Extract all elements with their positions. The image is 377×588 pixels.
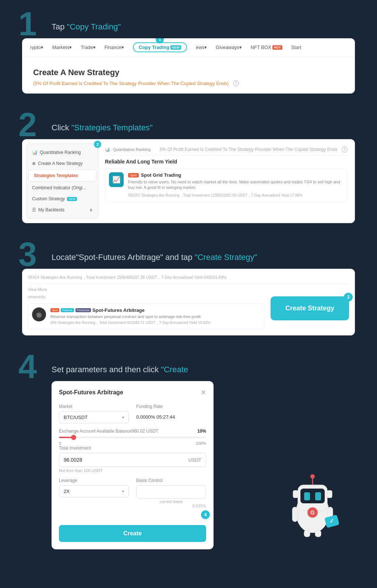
robot-mascot: G ✓ (285, 465, 340, 538)
arb-name: Spot-Futures Arbitrage (92, 307, 145, 313)
step-3-card: 58314 Strategies Are Running，Total Inves… (22, 269, 355, 335)
modal-row-market: Market BTC/USDT ▾ Funding Rate 0.0000% 0… (59, 404, 206, 423)
market-select[interactable]: BTC/USDT ▾ (59, 411, 129, 423)
svg-text:G: G (311, 510, 315, 515)
modal-header: Spot-Futures Arbitrage ✕ (59, 388, 206, 397)
sidebar-item-custom-strategy[interactable]: Custom Strategy NEW (27, 193, 98, 204)
step-3: 3 Locate"Spot-Futures Arbitrage" and tap… (22, 242, 355, 335)
info-icon[interactable]: ? (233, 80, 239, 86)
step3-content: View More ommunity ◎ Spot Futures Perpet… (28, 287, 349, 330)
new-badge: NEW (170, 45, 181, 50)
strategy-card-spot-grid: 📈 Spot Spot Grid Trading Friendly to nai… (105, 168, 348, 202)
step3-inner: 58314 Strategies Are Running，Total Inves… (22, 269, 355, 335)
step-1-label: Tap "Copy Trading" (52, 11, 355, 32)
step-4: 4 Set parameters and then click "Create … (22, 354, 355, 549)
leverage-field: Leverage 2X ▾ (59, 478, 129, 508)
balance-label: Exchange Account Available Balance960.02… (59, 429, 158, 434)
perp-badge-arb: Perpetual (75, 308, 91, 312)
list-icon: ☰ (32, 207, 36, 212)
nav-item-copy-trading[interactable]: Copy Trading NEW (133, 42, 187, 52)
sidebar-item-strategies-templates[interactable]: Strategies Templates (28, 170, 96, 182)
nav-item-finance[interactable]: Finance▾ (100, 38, 128, 56)
chevron-down-icon: ▾ (122, 415, 124, 419)
funding-rate-field: Funding Rate 0.0000% 05:27:44 (136, 404, 206, 423)
info-icon-2[interactable]: ? (342, 147, 348, 152)
chevron-icon: ∧ (89, 207, 93, 212)
step-2: 2 Click "Strategies Templates" 📊 Quantit… (22, 112, 355, 223)
step-number-4: 4 (18, 350, 37, 383)
total-investment-label: Total Investment (59, 446, 206, 451)
step-number-1: 1 (18, 7, 37, 41)
step-2-badge: 2 (94, 141, 101, 148)
slider-min-label: 0 (59, 441, 61, 446)
create-strategy-button[interactable]: Create Strategy (271, 296, 349, 320)
chevron-down-icon-2: ▾ (122, 489, 124, 493)
slider-track[interactable] (59, 437, 206, 438)
robot-svg: G ✓ (285, 465, 340, 538)
close-icon[interactable]: ✕ (201, 388, 206, 397)
community-label: ommunity (28, 295, 265, 299)
step-3-label: Locate"Spot-Futures Arbitrage" and tap "… (52, 242, 355, 262)
chart-icon: 📊 (32, 150, 38, 155)
create-button[interactable]: Create (59, 525, 206, 542)
strategy-icon-grid: 📈 (109, 172, 124, 187)
nav-item-trade[interactable]: Trade▾ (76, 38, 100, 56)
basis-control-field: Basis Control % current basis 0.015% (136, 478, 206, 508)
arb-icon: ◎ (32, 307, 46, 321)
svg-rect-7 (293, 490, 298, 498)
funding-rate-label: Funding Rate (136, 404, 206, 409)
min-label: Not less than 100 USDT (59, 468, 206, 473)
slider-thumb (71, 435, 76, 440)
step-2-label: Click "Strategies Templates" (52, 112, 355, 133)
nav-item-giveaways[interactable]: Giveaways▾ (211, 38, 246, 56)
leverage-row: Leverage 2X ▾ Basis Control % current ba… (59, 478, 206, 508)
svg-rect-2 (300, 489, 325, 503)
chart-icon-2: 📊 (105, 147, 110, 152)
step-number-3: 3 (18, 238, 37, 271)
view-more[interactable]: View More (28, 287, 265, 292)
nav-item-start[interactable]: Start (287, 38, 306, 56)
quantitative-header: 📊 Quantitative Ranking 5% Of Profit Earn… (105, 147, 348, 156)
spot-badge: Spot (128, 173, 139, 177)
funding-rate-value: 0.0000% 05:27:44 (136, 411, 206, 420)
strategy-stats: 690257 Strategies Are Running，Total Inve… (128, 193, 343, 198)
investment-input[interactable]: 96.0028 USDT (59, 453, 206, 467)
svg-rect-11 (304, 530, 310, 537)
basis-control-label: Basis Control (136, 478, 206, 483)
section-title: Reliable And Long Term Yield (105, 159, 348, 165)
sidebar-wrap: 📊 Quantitative Ranking ⊕ Create A New St… (27, 144, 98, 219)
slider-max-label: 100% (196, 441, 206, 446)
futures-badge-arb: Futures (61, 308, 74, 312)
leverage-select[interactable]: 2X ▾ (59, 485, 129, 497)
step-2-card: 📊 Quantitative Ranking ⊕ Create A New St… (22, 139, 355, 223)
basis-input[interactable]: % (136, 485, 206, 499)
svg-point-6 (310, 474, 315, 479)
sidebar-item-quantitative[interactable]: 📊 Quantitative Ranking (27, 147, 98, 158)
modal-title: Spot-Futures Arbitrage (59, 389, 123, 396)
create-btn-wrap: Create 4 (59, 514, 206, 542)
nav-item-nftbox[interactable]: NFT BOX HOT (246, 38, 287, 56)
svg-rect-12 (315, 530, 321, 537)
arb-badges: Spot Futures Perpetual Spot-Futures Arbi… (50, 307, 211, 313)
market-field: Market BTC/USDT ▾ (59, 404, 129, 423)
arb-card: ◎ Spot Futures Perpetual Spot-Futures Ar… (28, 303, 265, 330)
svg-rect-9 (292, 507, 297, 522)
sidebar-item-combined-indicator[interactable]: Combined Indicator (Origi... (27, 182, 98, 193)
nav-item-copy-trading-wrap: 1 Copy Trading NEW (128, 38, 191, 56)
step-3-badge: 3 (344, 293, 353, 302)
step-4-label: Set parameters and then click "Create (52, 354, 355, 374)
arb-info: Spot Futures Perpetual Spot-Futures Arbi… (50, 307, 211, 325)
step-1-card: rypto▾ Markets▾ Trade▾ Finance▾ 1 Copy T… (22, 38, 355, 94)
balance-percent: 10% (197, 429, 206, 434)
arb-stats: 695 Strategies Are Running，Total Investm… (50, 320, 211, 325)
arb-desc: Reverse transaction between perpetual co… (50, 314, 211, 319)
sidebar-item-backtests[interactable]: ☰ My Backtests ∧ (27, 204, 98, 215)
svg-rect-4 (315, 492, 321, 500)
nav-item-markets[interactable]: Markets▾ (48, 38, 76, 56)
total-investment-section: Total Investment 96.0028 USDT Not less t… (59, 446, 206, 473)
sidebar-item-create-new[interactable]: ⊕ Create A New Strategy (27, 158, 98, 169)
market-label: Market (59, 404, 129, 409)
nav-item-news[interactable]: ews▾ (191, 38, 211, 56)
current-basis-label: current basis (136, 499, 206, 504)
strategy-name-row: Spot Spot Grid Trading (128, 172, 343, 178)
